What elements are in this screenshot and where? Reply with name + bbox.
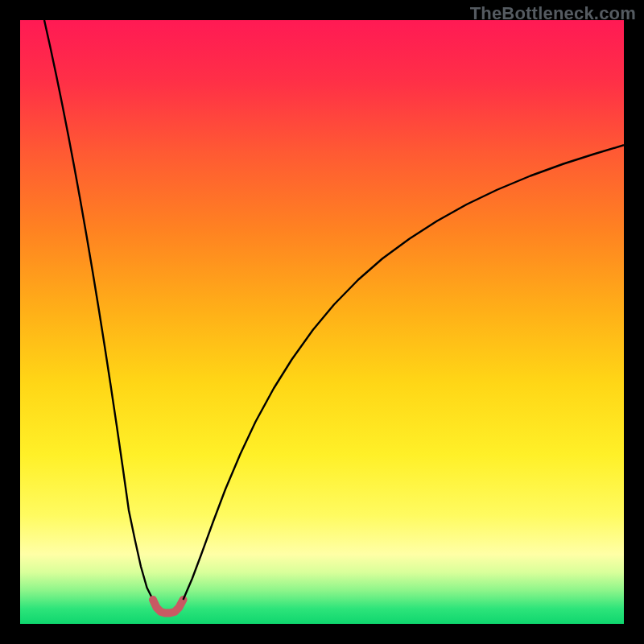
plot-area — [20, 20, 624, 624]
gradient-background — [20, 20, 624, 624]
watermark-text: TheBottleneck.com — [470, 3, 636, 24]
chart-frame: TheBottleneck.com — [0, 0, 644, 644]
chart-svg — [20, 20, 624, 624]
